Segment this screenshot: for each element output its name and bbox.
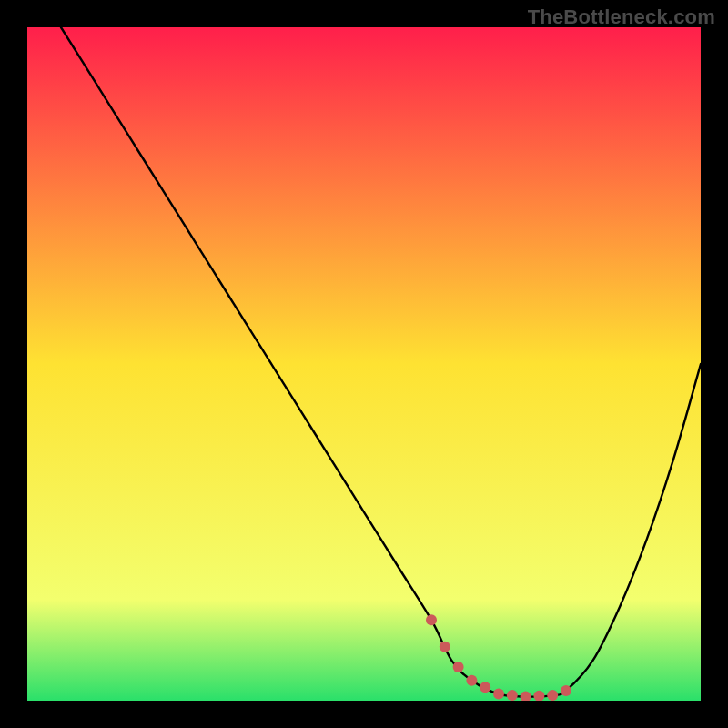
chart-frame: TheBottleneck.com	[0, 0, 728, 728]
optimal-dot	[440, 642, 450, 652]
optimal-dot	[426, 614, 437, 625]
optimal-dot	[480, 682, 490, 693]
optimal-dot	[507, 690, 518, 701]
optimal-dot	[561, 685, 571, 696]
gradient-background	[27, 27, 701, 701]
bottleneck-chart	[27, 27, 701, 701]
optimal-dot	[547, 690, 558, 701]
watermark-text: TheBottleneck.com	[528, 5, 715, 29]
optimal-dot	[453, 662, 464, 672]
optimal-dot	[493, 689, 504, 700]
optimal-dot	[466, 675, 477, 686]
